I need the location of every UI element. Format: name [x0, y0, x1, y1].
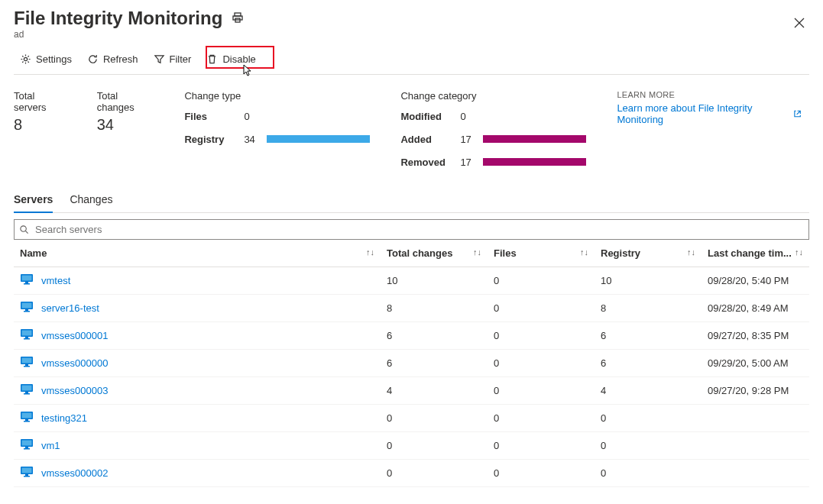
- close-button[interactable]: [789, 13, 809, 35]
- cell-total-changes: 0: [381, 405, 488, 432]
- disable-button[interactable]: Disable: [200, 50, 261, 68]
- cell-total-changes: 0: [381, 432, 488, 460]
- svg-rect-19: [24, 338, 30, 340]
- cell-registry: 0: [595, 405, 701, 432]
- change-type-files-label: Files: [184, 111, 244, 122]
- change-type-registry-label: Registry: [184, 134, 244, 145]
- tab-servers[interactable]: Servers: [14, 189, 53, 213]
- cell-files: 0: [488, 295, 595, 322]
- search-box[interactable]: [14, 219, 809, 240]
- toolbar: Settings Refresh Filter Disable: [14, 50, 809, 75]
- monitor-icon: [20, 328, 34, 343]
- col-last-change[interactable]: Last change tim...↑↓: [701, 240, 809, 267]
- gear-icon: [20, 53, 31, 65]
- table-row[interactable]: vmsses000002000: [14, 460, 809, 487]
- svg-rect-21: [22, 358, 32, 363]
- server-link[interactable]: testing321: [41, 412, 87, 424]
- col-total-changes[interactable]: Total changes↑↓: [381, 240, 488, 267]
- change-type-registry-bar: [267, 135, 370, 143]
- cell-files: 0: [488, 432, 595, 460]
- svg-rect-22: [25, 364, 28, 366]
- learn-more-link[interactable]: Learn more about File Integrity Monitori…: [617, 102, 802, 125]
- cell-files: 0: [488, 322, 595, 350]
- cell-files: 0: [488, 377, 595, 405]
- filter-button[interactable]: Filter: [147, 50, 198, 68]
- table-row[interactable]: vmsses00000160609/27/20, 8:35 PM: [14, 322, 809, 350]
- monitor-icon: [20, 383, 34, 398]
- cell-last-change: 09/27/20, 8:35 PM: [701, 322, 809, 350]
- svg-rect-23: [24, 366, 30, 367]
- tabs: Servers Changes: [14, 189, 809, 213]
- page-subtitle: ad: [14, 29, 244, 40]
- external-link-icon: [793, 109, 802, 118]
- settings-button[interactable]: Settings: [14, 50, 78, 68]
- svg-rect-18: [25, 337, 28, 338]
- table-row[interactable]: server16-test80809/28/20, 8:49 AM: [14, 295, 809, 322]
- filter-label: Filter: [170, 53, 192, 65]
- cell-last-change: [701, 432, 809, 460]
- table-row[interactable]: vmtest1001009/28/20, 5:40 PM: [14, 267, 809, 295]
- svg-point-5: [24, 57, 27, 60]
- refresh-icon: [87, 53, 99, 65]
- svg-rect-31: [24, 421, 30, 422]
- svg-rect-37: [22, 468, 32, 473]
- svg-rect-33: [22, 441, 32, 446]
- monitor-icon: [20, 411, 34, 425]
- sort-icon: ↑↓: [366, 247, 374, 257]
- svg-rect-27: [24, 393, 30, 395]
- cell-last-change: 09/28/20, 5:40 PM: [701, 267, 809, 295]
- cell-last-change: [701, 460, 809, 487]
- cell-files: 0: [488, 460, 595, 487]
- cell-registry: 6: [595, 322, 701, 350]
- change-category-added-label: Added: [400, 134, 460, 145]
- server-link[interactable]: vmsses000000: [41, 357, 108, 369]
- cell-files: 0: [488, 350, 595, 377]
- svg-line-7: [25, 231, 28, 233]
- refresh-label: Refresh: [103, 53, 138, 65]
- monitor-icon: [20, 273, 34, 288]
- total-changes-stat: Total changes 34: [97, 90, 154, 170]
- cell-registry: 10: [595, 267, 701, 295]
- col-name[interactable]: Name↑↓: [14, 240, 381, 267]
- col-registry[interactable]: Registry↑↓: [595, 240, 701, 267]
- table-row[interactable]: vmsses00000060609/29/20, 5:00 AM: [14, 350, 809, 377]
- svg-rect-35: [24, 448, 30, 450]
- tab-changes[interactable]: Changes: [70, 189, 112, 213]
- change-category-added-value: 17: [460, 134, 483, 145]
- monitor-icon: [20, 356, 34, 370]
- svg-rect-34: [25, 447, 28, 448]
- change-type-chart: Change type Files 0 Registry 34: [184, 90, 370, 170]
- svg-rect-39: [24, 476, 30, 477]
- search-input[interactable]: [34, 223, 804, 236]
- table-row[interactable]: vm1000: [14, 432, 809, 460]
- refresh-button[interactable]: Refresh: [81, 50, 144, 68]
- server-link[interactable]: vmsses000001: [41, 330, 108, 341]
- svg-rect-10: [25, 282, 28, 283]
- svg-rect-17: [22, 331, 32, 336]
- server-link[interactable]: vmsses000002: [41, 467, 108, 479]
- total-servers-label: Total servers: [14, 90, 66, 113]
- monitor-icon: [20, 301, 34, 315]
- server-link[interactable]: vm1: [41, 440, 60, 451]
- cell-last-change: [701, 405, 809, 432]
- cell-files: 0: [488, 405, 595, 432]
- sort-icon: ↑↓: [687, 247, 695, 257]
- change-category-removed-bar: [483, 158, 586, 166]
- search-icon: [19, 225, 29, 234]
- server-link[interactable]: server16-test: [41, 302, 99, 314]
- svg-rect-30: [25, 419, 28, 421]
- change-type-header: Change type: [184, 90, 370, 102]
- svg-rect-13: [22, 303, 32, 309]
- table-row[interactable]: vmsses00000340409/27/20, 9:28 PM: [14, 377, 809, 405]
- cell-total-changes: 6: [381, 322, 488, 350]
- server-link[interactable]: vmsses000003: [41, 385, 108, 396]
- monitor-icon: [20, 466, 34, 480]
- print-icon[interactable]: [232, 11, 244, 26]
- server-link[interactable]: vmtest: [41, 275, 70, 286]
- table-row[interactable]: testing321000: [14, 405, 809, 432]
- svg-rect-14: [25, 309, 28, 311]
- change-category-chart: Change category Modified 0 Added 17 Remo…: [400, 90, 586, 170]
- servers-table: Name↑↓ Total changes↑↓ Files↑↓ Registry↑…: [14, 240, 809, 487]
- cell-total-changes: 6: [381, 350, 488, 377]
- col-files[interactable]: Files↑↓: [488, 240, 595, 267]
